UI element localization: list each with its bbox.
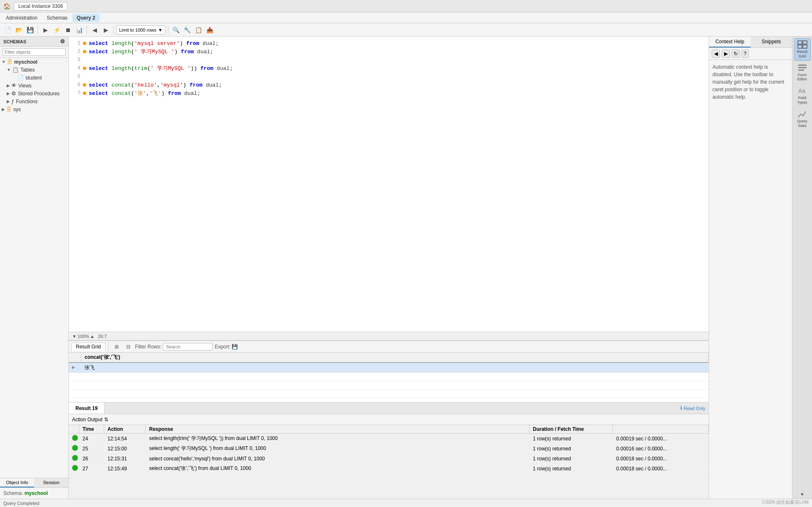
line-dot-2 <box>83 50 86 53</box>
zoom-up-btn[interactable]: ▲ <box>90 334 95 339</box>
watermark: CSDN @生如夏花LXM <box>762 499 809 505</box>
ao-row-27[interactable]: 27 12:15:49 select concat('张','飞') from … <box>69 464 709 474</box>
app-title: Local Instance 3306 <box>14 2 67 10</box>
svg-rect-6 <box>798 70 804 71</box>
sys-schema-icon: 🗄 <box>6 106 12 112</box>
tab-context-help[interactable]: Context Help <box>709 37 751 47</box>
row-expand-icon[interactable]: ▶ <box>72 365 75 370</box>
prev-btn[interactable]: ◀ <box>90 25 100 35</box>
tab-session[interactable]: Session <box>34 478 68 487</box>
home-icon[interactable]: 🏠 <box>3 3 10 10</box>
object-info-panel: Object Info Session Schema: myschool <box>0 478 69 499</box>
editor-panel[interactable]: 1 select length('mysql server') from dua… <box>69 37 709 332</box>
tree-item-functions[interactable]: ▶ ƒ Functions <box>0 97 68 105</box>
run-btn[interactable]: ▶ <box>40 25 50 35</box>
svg-rect-3 <box>803 45 807 48</box>
explain-btn[interactable]: 📊 <box>74 25 84 35</box>
form-editor-btn[interactable]: FormEditor <box>794 62 811 84</box>
sidebar: SCHEMAS ⚙ ▼ 🗄 myschool ▼ 📋 Tables ▶ 📄 <box>0 37 69 499</box>
form-editor-icon <box>797 64 807 72</box>
result-grid-tab[interactable]: Result Grid <box>71 343 105 351</box>
result-toolbar: Result Grid ⊞ ⊟ Filter Rows: Export: 💾 <box>69 341 709 353</box>
code-line-6: 6 select concat('hello','mysql') from du… <box>69 81 709 89</box>
sidebar-manage-icon[interactable]: ⚙ <box>60 38 65 45</box>
zoom-down-btn[interactable]: ▼ <box>72 334 77 339</box>
run-all-btn[interactable]: ⚡ <box>52 25 62 35</box>
nav-back-btn[interactable]: ◀ <box>712 50 720 58</box>
table-row-empty-1 <box>69 373 709 381</box>
tab-object-info[interactable]: Object Info <box>0 478 34 487</box>
result-tab-19[interactable]: Result 19 <box>69 403 105 414</box>
tree-item-student[interactable]: ▶ 📄 student <box>0 74 68 82</box>
wrap-cell-btn[interactable]: ⊟ <box>123 342 133 352</box>
field-types-icon: Aa <box>797 87 807 95</box>
cursor-position: 26:7 <box>98 334 107 339</box>
success-icon <box>72 445 78 451</box>
menu-query2[interactable]: Query 2 <box>72 14 100 22</box>
line-dot-7 <box>83 92 86 95</box>
nav-forward-btn[interactable]: ▶ <box>722 50 730 58</box>
field-types-label: FieldTypes <box>795 96 810 105</box>
grid-view-btn[interactable]: ⊞ <box>112 342 122 352</box>
menu-administration[interactable]: Administration <box>2 14 42 22</box>
ao-sort-icon[interactable]: ⇅ <box>104 417 108 422</box>
success-icon <box>72 455 78 461</box>
filter-input[interactable] <box>2 48 66 56</box>
tree-item-views[interactable]: ▶ 👁 Views <box>0 82 68 89</box>
right-panel-nav: ◀ ▶ ↻ ? <box>709 48 792 60</box>
code-line-1: 1 select length('mysql server') from dua… <box>69 39 709 47</box>
svg-rect-0 <box>798 41 802 44</box>
main-layout: SCHEMAS ⚙ ▼ 🗄 myschool ▼ 📋 Tables ▶ 📄 <box>0 37 812 499</box>
result-grid-label: ResultGrid <box>795 50 810 59</box>
export-btn2[interactable]: 📤 <box>205 25 215 35</box>
query-stats-label: QueryStats <box>795 119 810 128</box>
code-line-5: 5 <box>69 72 709 81</box>
table-row-empty-3 <box>69 390 709 398</box>
table-row[interactable]: ▶ 张飞 <box>69 363 709 373</box>
limit-select[interactable]: Limit to 1000 rows ▼ <box>116 25 165 35</box>
code-line-3: 3 <box>69 56 709 64</box>
field-types-btn[interactable]: Aa FieldTypes <box>794 84 811 107</box>
menu-bar: Administration Schemas Query 2 <box>0 12 812 23</box>
stop-btn[interactable]: ⏹ <box>63 25 73 35</box>
schema-tree: ▼ 🗄 myschool ▼ 📋 Tables ▶ 📄 student ▶ 👁 … <box>0 58 68 499</box>
ao-row-24[interactable]: 24 12:14:54 select length(trim(' 学习MySQL… <box>69 434 709 444</box>
ao-row-26[interactable]: 26 12:15:31 select concat('hello','mysql… <box>69 454 709 464</box>
toolbar: 📄 📂 💾 ▶ ⚡ ⏹ 📊 ◀ ▶ Limit to 1000 rows ▼ 🔍… <box>0 23 812 37</box>
functions-icon: ƒ <box>11 98 14 104</box>
query-stats-icon <box>797 110 807 118</box>
sidebar-header: SCHEMAS ⚙ <box>0 37 68 47</box>
nav-refresh-btn[interactable]: ↻ <box>732 50 740 58</box>
ao-row-25[interactable]: 25 12:15:00 select length(' 学习MySQL ') f… <box>69 444 709 454</box>
nav-help-btn[interactable]: ? <box>742 50 749 58</box>
scroll-down-btn[interactable]: ▼ <box>794 490 811 499</box>
query-stats-btn[interactable]: QueryStats <box>794 108 811 130</box>
code-line-4: 4 select length(trim(' 学习MySQL ')) from … <box>69 64 709 72</box>
ao-header: Time Action Response Duration / Fetch Ti… <box>69 425 709 434</box>
result-grid-btn[interactable]: ResultGrid <box>794 38 811 61</box>
export-button[interactable]: Export: 💾 <box>215 344 238 350</box>
save-btn[interactable]: 💾 <box>25 25 35 35</box>
action-output-section: Action Output ⇅ Time Action Response Dur… <box>69 414 709 499</box>
tab-snippets[interactable]: Snippets <box>751 37 792 47</box>
search-btn[interactable]: 🔍 <box>171 25 181 35</box>
open-btn[interactable]: 📂 <box>14 25 24 35</box>
new-tab-btn[interactable]: 📄 <box>2 25 12 35</box>
tree-item-tables[interactable]: ▼ 📋 Tables <box>0 66 68 74</box>
next-btn[interactable]: ▶ <box>101 25 111 35</box>
filter-btn[interactable]: 🔧 <box>182 25 192 35</box>
schema-btn[interactable]: 📋 <box>193 25 203 35</box>
tree-item-sys[interactable]: ▶ 🗄 sys <box>0 105 68 113</box>
tree-item-myschool[interactable]: ▼ 🗄 myschool <box>0 58 68 66</box>
line-dot-1 <box>83 42 86 45</box>
action-output: Time Action Response Duration / Fetch Ti… <box>69 425 709 499</box>
context-help-content: Automatic context help is disabled. Use … <box>709 60 792 104</box>
grid-column-concat: concat('张','飞') <box>81 353 709 362</box>
search-input[interactable] <box>163 343 213 350</box>
menu-schemas[interactable]: Schemas <box>42 14 72 22</box>
success-icon <box>72 435 78 441</box>
tree-item-stored-procedures[interactable]: ▶ ⚙ Stored Procedures <box>0 89 68 97</box>
table-row-empty-2 <box>69 381 709 390</box>
views-icon: 👁 <box>11 82 17 89</box>
stored-proc-icon: ⚙ <box>11 90 16 97</box>
